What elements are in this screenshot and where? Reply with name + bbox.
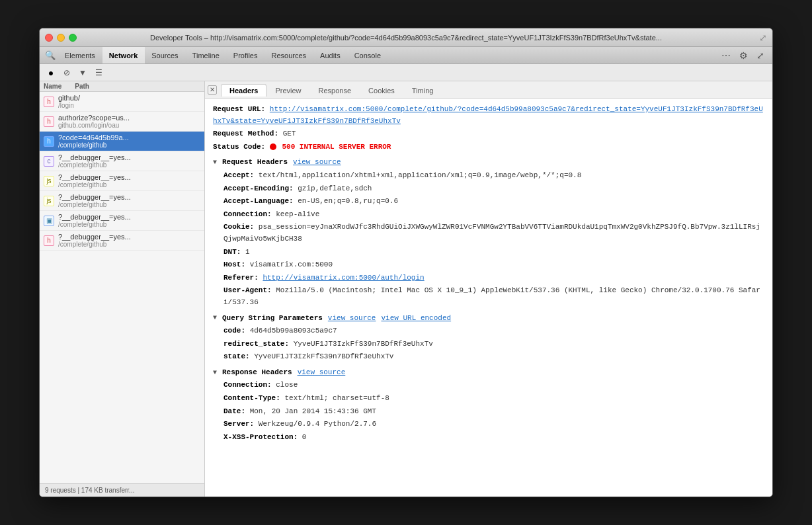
item-text: github/ /login [58, 94, 200, 109]
close-button[interactable] [45, 34, 53, 42]
item-path: github.com/login/oau [58, 122, 200, 129]
accept-value: text/html,application/xhtml+xml,applicat… [259, 171, 581, 179]
item-path: /complete/github [58, 161, 200, 169]
item-name: ?__debugger__=yes... [58, 213, 200, 221]
list-item[interactable]: h github/ /login [40, 92, 204, 112]
list-item[interactable]: c ?__debugger__=yes... /complete/github [40, 151, 204, 171]
status-code-value: 500 INTERNAL SERVER ERROR [282, 143, 391, 151]
file-type-icon: ▣ [44, 216, 54, 226]
item-path: /complete/github [58, 141, 200, 149]
accept-language-value: en-US,en;q=0.8,ru;q=0.6 [298, 197, 398, 205]
tab-cookies[interactable]: Cookies [360, 84, 403, 97]
tab-audits[interactable]: Audits [313, 47, 348, 63]
status-code-label: Status Code: [213, 143, 265, 151]
list-item-selected[interactable]: h ?code=4d64d5b99a... /complete/github [40, 132, 204, 151]
cookie-value: psa_session=eyJnaXRodWJfc3RhdGUiOiJXWGwy… [223, 223, 760, 243]
response-headers-section: ▼ Response Headers view source [213, 367, 764, 379]
file-type-icon: js [44, 196, 54, 206]
state-row: state: YyveUF1JT3IzkFfS39n7BDfRf3eUhxTv [223, 351, 764, 363]
tab-preview[interactable]: Preview [266, 84, 309, 97]
close-detail-button[interactable]: ✕ [208, 85, 217, 95]
item-name: ?__debugger__=yes... [58, 173, 200, 181]
tab-console[interactable]: Console [348, 47, 388, 63]
list-item[interactable]: js ?__debugger__=yes... /complete/github [40, 191, 204, 211]
dock-icon[interactable]: ⋯ [719, 49, 733, 62]
left-panel: Name Path h github/ /login h authorize?s… [40, 81, 205, 497]
list-item[interactable]: h authorize?scope=us... github.com/login… [40, 112, 204, 132]
host-value: visamatrix.com:5000 [250, 261, 333, 268]
status-dot [270, 143, 276, 150]
item-text: authorize?scope=us... github.com/login/o… [58, 114, 200, 129]
tab-network[interactable]: Network [102, 47, 145, 63]
request-headers-source-link[interactable]: view source [293, 157, 341, 169]
request-url-value[interactable]: http://visamatrix.com:5000/complete/gith… [213, 105, 763, 125]
referer-value[interactable]: http://visamatrix.com:5000/auth/login [263, 274, 424, 282]
status-bar: 9 requests | 174 KB transferr... [40, 483, 204, 497]
status-code-row: Status Code: 500 INTERNAL SERVER ERROR [213, 141, 764, 153]
tab-elements[interactable]: Elements [58, 47, 102, 63]
item-text: ?__debugger__=yes... /complete/github [58, 193, 200, 208]
host-label: Host: [223, 261, 245, 268]
response-headers-source-link[interactable]: view source [298, 367, 346, 379]
dnt-value: 1 [245, 248, 250, 256]
settings-icon[interactable]: ⚙ [737, 49, 750, 62]
host-row: Host: visamatrix.com:5000 [223, 259, 764, 271]
tab-timeline[interactable]: Timeline [186, 47, 227, 63]
accept-encoding-label: Accept-Encoding: [223, 184, 294, 192]
resp-xss-value: 0 [302, 433, 307, 441]
request-headers-title: Request Headers [222, 157, 288, 169]
window-title: Developer Tools – http://visamatrix.com:… [150, 34, 662, 42]
response-headers-title: Response Headers [222, 367, 292, 379]
list-item[interactable]: ▣ ?__debugger__=yes... /complete/github [40, 211, 204, 231]
resp-xss-label: X-XSS-Protection: [223, 433, 298, 441]
devtools-window: Developer Tools – http://visamatrix.com:… [39, 28, 773, 497]
request-url-label: Request URL: [213, 105, 265, 113]
accept-label: Accept: [223, 171, 254, 179]
record-button[interactable]: ● [45, 67, 57, 79]
accept-language-row: Accept-Language: en-US,en;q=0.8,ru;q=0.6 [223, 196, 764, 208]
request-headers-section: ▼ Request Headers view source [213, 157, 764, 169]
maximize-button[interactable] [69, 34, 77, 42]
network-toolbar: ● ⊘ ▼ ☰ [40, 64, 772, 81]
query-source-link[interactable]: view source [328, 313, 376, 325]
connection-value: keep-alive [276, 210, 319, 218]
query-urlencoded-link[interactable]: view URL encoded [381, 313, 451, 325]
right-panel: ✕ Headers Preview Response Cookies Timin… [205, 81, 772, 497]
tab-response[interactable]: Response [310, 84, 360, 97]
dnt-row: DNT: 1 [223, 247, 764, 259]
tab-headers[interactable]: Headers [221, 84, 266, 97]
tab-sources[interactable]: Sources [145, 47, 185, 63]
list-item[interactable]: js ?__debugger__=yes... /complete/github [40, 171, 204, 191]
tab-timing[interactable]: Timing [403, 84, 442, 97]
clear-button[interactable]: ⊘ [61, 67, 73, 79]
query-string-content: code: 4d64d5b99a8093c5a9c7 redirect_stat… [213, 325, 764, 363]
file-type-icon: c [44, 156, 54, 167]
filter-button[interactable]: ▼ [77, 67, 89, 79]
left-panel-header: Name Path [40, 81, 204, 92]
resp-server-label: Server: [223, 420, 254, 428]
window-controls [45, 34, 77, 42]
request-method-label: Request Method: [213, 130, 278, 138]
query-string-toggle[interactable]: ▼ [213, 313, 217, 323]
resp-content-type-row: Content-Type: text/html; charset=utf-8 [223, 393, 764, 405]
minimize-button[interactable] [57, 34, 65, 42]
request-headers-toggle[interactable]: ▼ [213, 157, 217, 168]
state-label: state: [223, 352, 250, 360]
accept-encoding-row: Accept-Encoding: gzip,deflate,sdch [223, 183, 764, 195]
tab-profiles[interactable]: Profiles [227, 47, 265, 63]
undock-icon[interactable]: ⤢ [754, 49, 767, 62]
resize-icon: ⤢ [759, 32, 767, 43]
item-name: ?__debugger__=yes... [58, 193, 200, 201]
request-method-row: Request Method: GET [213, 128, 764, 140]
response-headers-toggle[interactable]: ▼ [213, 368, 217, 378]
list-button[interactable]: ☰ [93, 67, 104, 79]
tab-resources[interactable]: Resources [264, 47, 313, 63]
cookie-row: Cookie: psa_session=eyJnaXRodWJfc3RhdGUi… [223, 222, 764, 245]
response-headers-content: Connection: close Content-Type: text/htm… [213, 380, 764, 443]
dnt-label: DNT: [223, 248, 241, 256]
search-icon[interactable]: 🔍 [42, 49, 58, 62]
list-item[interactable]: h ?__debugger__=yes... /complete/github [40, 231, 204, 251]
tab-bar-right: ⋯ ⚙ ⤢ [719, 49, 770, 62]
item-name: github/ [58, 94, 200, 102]
resp-connection-value: close [276, 381, 298, 389]
